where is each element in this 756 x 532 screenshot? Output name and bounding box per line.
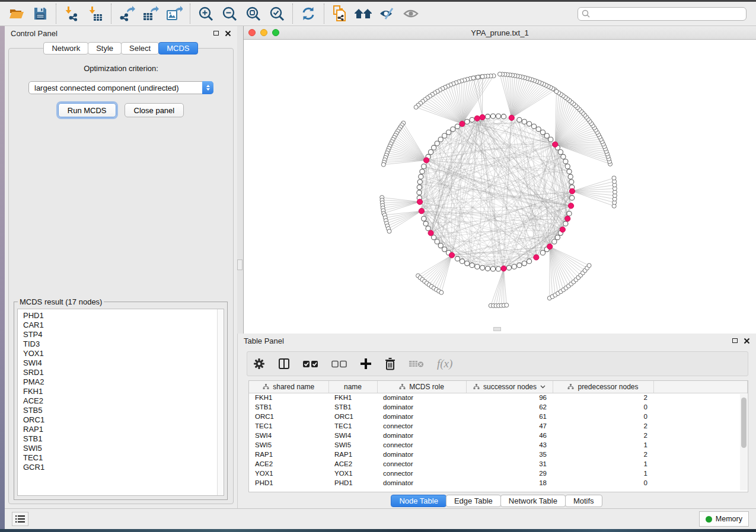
table-row[interactable]: TEC1TEC1connector472 bbox=[249, 421, 748, 431]
table-cell: dominator bbox=[377, 431, 466, 440]
column-header-predecessor-nodes[interactable]: predecessor nodes bbox=[553, 381, 653, 393]
table-cell: ORC1 bbox=[249, 412, 328, 421]
mcds-result-item[interactable]: GCR1 bbox=[18, 463, 224, 472]
import-table-icon[interactable] bbox=[84, 3, 107, 24]
table-toolbar: f(x) bbox=[247, 351, 748, 376]
mcds-result-item[interactable]: ORC1 bbox=[18, 415, 224, 425]
table-cell: SWI4 bbox=[249, 431, 328, 440]
close-panel-icon[interactable] bbox=[744, 338, 750, 344]
column-header-successor-nodes[interactable]: successor nodes bbox=[466, 381, 553, 393]
zoom-out-icon[interactable] bbox=[218, 3, 241, 24]
mcds-result-item[interactable]: FKH1 bbox=[18, 387, 224, 396]
network-window-titlebar[interactable]: YPA_prune.txt_1 bbox=[244, 26, 756, 40]
refresh-icon[interactable] bbox=[296, 3, 320, 24]
mcds-result-item[interactable]: TID3 bbox=[18, 339, 224, 349]
dropdown-stepper-icon bbox=[202, 81, 213, 94]
tab-motifs[interactable]: Motifs bbox=[565, 495, 602, 507]
run-mcds-button[interactable]: Run MCDS bbox=[58, 103, 116, 117]
tab-network-table[interactable]: Network Table bbox=[500, 495, 566, 507]
table-row[interactable]: ORC1ORC1dominator610 bbox=[249, 412, 748, 421]
mcds-result-list[interactable]: PHD1CAR1STP4TID3YOX1SWI4SRD1PMA2FKH1ACE2… bbox=[17, 309, 224, 496]
table-cell: PHD1 bbox=[328, 478, 377, 488]
tab-mcds[interactable]: MCDS bbox=[158, 42, 197, 55]
mcds-result-item[interactable]: STB5 bbox=[18, 406, 224, 415]
table-cell: 96 bbox=[466, 393, 553, 402]
table-row[interactable]: SWI4SWI4dominator462 bbox=[249, 431, 748, 440]
table-row[interactable]: STB1STB1dominator620 bbox=[249, 402, 748, 412]
mcds-result-item[interactable]: PMA2 bbox=[18, 377, 224, 387]
column-header-MCDS-role[interactable]: MCDS role bbox=[377, 381, 466, 393]
table-cell: FKH1 bbox=[249, 393, 328, 402]
mcds-result-item[interactable]: PHD1 bbox=[18, 311, 224, 321]
horizontal-splitter-grip[interactable] bbox=[493, 327, 501, 331]
control-panel: Control Panel Network Style Select MCDS … bbox=[5, 26, 237, 508]
table-row[interactable]: PHD1PHD1dominator180 bbox=[249, 478, 748, 488]
mcds-result-item[interactable]: SWI4 bbox=[18, 358, 224, 368]
splitter-grip[interactable] bbox=[237, 259, 243, 270]
hide-view-icon[interactable] bbox=[375, 3, 399, 24]
import-network-icon[interactable] bbox=[60, 3, 84, 24]
tab-edge-table[interactable]: Edge Table bbox=[446, 495, 501, 507]
add-column-icon[interactable] bbox=[360, 358, 372, 370]
float-panel-icon[interactable] bbox=[213, 31, 219, 36]
table-row[interactable]: SWI5SWI5connector431 bbox=[249, 440, 748, 450]
mcds-list-scrollbar[interactable] bbox=[217, 309, 224, 495]
mcds-result-item[interactable]: CAR1 bbox=[18, 321, 224, 330]
open-session-icon[interactable] bbox=[5, 3, 28, 24]
export-table-icon[interactable] bbox=[139, 3, 162, 24]
network-svg[interactable] bbox=[244, 40, 756, 333]
search-box[interactable] bbox=[578, 7, 747, 21]
column-layout-icon[interactable] bbox=[278, 358, 290, 370]
optimization-criterion-dropdown[interactable]: largest connected component (undirected) bbox=[28, 81, 213, 94]
mcds-result-item[interactable]: STB1 bbox=[18, 434, 224, 444]
zoom-fit-icon[interactable] bbox=[241, 3, 265, 24]
task-history-button[interactable] bbox=[12, 512, 28, 526]
column-header-name[interactable]: name bbox=[328, 381, 377, 393]
zoom-in-icon[interactable] bbox=[194, 3, 218, 24]
save-session-icon[interactable] bbox=[28, 3, 52, 24]
table-row[interactable]: YOX1YOX1connector291 bbox=[249, 469, 748, 478]
table-cell: 61 bbox=[466, 412, 553, 421]
mcds-result-item[interactable]: ACE2 bbox=[18, 396, 224, 406]
delete-column-icon[interactable] bbox=[385, 358, 395, 370]
deselect-all-icon[interactable] bbox=[331, 360, 347, 368]
tab-node-table[interactable]: Node Table bbox=[391, 495, 446, 507]
memory-status-icon bbox=[706, 516, 712, 523]
table-row[interactable]: FKH1FKH1dominator962 bbox=[249, 393, 748, 402]
table-cell: dominator bbox=[377, 450, 466, 459]
export-image-icon[interactable] bbox=[162, 3, 186, 24]
network-canvas[interactable] bbox=[244, 40, 756, 333]
close-panel-button[interactable]: Close panel bbox=[125, 103, 184, 117]
select-all-icon[interactable] bbox=[303, 360, 318, 368]
float-panel-icon[interactable] bbox=[732, 338, 738, 343]
mcds-result-item[interactable]: RAP1 bbox=[18, 425, 224, 434]
tab-select[interactable]: Select bbox=[121, 42, 159, 55]
mcds-result-item[interactable]: SRD1 bbox=[18, 368, 224, 377]
vertical-splitter[interactable] bbox=[237, 26, 243, 334]
close-panel-icon[interactable] bbox=[225, 30, 231, 37]
mcds-result-item[interactable]: SWI5 bbox=[18, 444, 224, 453]
table-cell: 2 bbox=[553, 421, 653, 431]
show-view-icon[interactable] bbox=[399, 3, 423, 24]
table-cell: FKH1 bbox=[328, 393, 377, 402]
table-cell: connector bbox=[377, 440, 466, 450]
settings-gear-icon[interactable] bbox=[253, 358, 265, 370]
search-input[interactable] bbox=[593, 9, 742, 18]
table-row[interactable]: ACE2ACE2connector311 bbox=[249, 459, 748, 469]
tab-network[interactable]: Network bbox=[43, 42, 88, 55]
zoom-selected-icon[interactable] bbox=[265, 3, 289, 24]
memory-button[interactable]: Memory bbox=[699, 511, 749, 527]
table-row[interactable]: RAP1RAP1dominator352 bbox=[249, 450, 748, 459]
show-all-networks-icon[interactable] bbox=[352, 3, 375, 24]
tab-style[interactable]: Style bbox=[88, 42, 122, 55]
mcds-result-item[interactable]: YOX1 bbox=[18, 349, 224, 358]
column-header-shared-name[interactable]: shared name bbox=[249, 381, 328, 393]
node-table[interactable]: shared namenameMCDS rolesuccessor nodesp… bbox=[248, 380, 748, 492]
table-scrollbar[interactable] bbox=[740, 394, 747, 491]
mcds-result-title: MCDS result (17 nodes) bbox=[18, 297, 104, 306]
duplicate-network-icon[interactable] bbox=[328, 3, 352, 24]
mcds-result-item[interactable]: STP4 bbox=[18, 330, 224, 339]
mcds-result-item[interactable]: TEC1 bbox=[18, 453, 224, 463]
table-scrollbar-thumb[interactable] bbox=[741, 398, 747, 448]
export-network-icon[interactable] bbox=[115, 3, 139, 24]
